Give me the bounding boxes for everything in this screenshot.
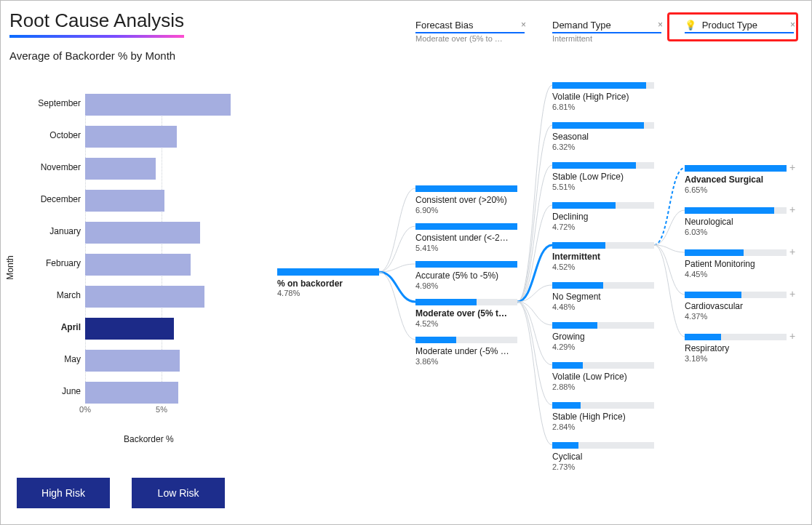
tree-node[interactable]: Accurate (5% to -5%)4.98% [415,261,517,290]
x-axis-label: Backorder % [124,434,174,444]
node-bar-fill [685,292,741,298]
close-icon[interactable]: × [658,20,663,30]
tree-node[interactable]: Seasonal6.32% [552,122,654,151]
bar-row[interactable]: February [85,254,238,276]
bar-row[interactable]: September [85,94,238,116]
node-bar [415,223,517,230]
tree-node[interactable]: Stable (High Price)2.84% [552,402,654,431]
tree-node[interactable]: Cardiovascular4.37%+ [685,292,787,321]
bar-chart-plot: 0% 5% SeptemberOctoberNovemberDecemberJa… [85,94,238,414]
node-label: Growing [552,332,654,342]
tree-node[interactable]: Stable (Low Price)5.51% [552,162,654,191]
tree-node[interactable]: No Segment4.48% [552,282,654,311]
node-value: 2.88% [552,382,654,391]
bar-row[interactable]: January [85,222,238,244]
column-sub-forecast-bias: Moderate over (5% to … [415,34,525,43]
tree-node[interactable]: Cyclical2.73% [552,442,654,471]
tree-node[interactable]: Growing4.29% [552,322,654,351]
node-label: Stable (High Price) [552,412,654,422]
close-icon[interactable]: × [521,20,526,30]
column-header-demand-type[interactable]: Demand Type × [552,18,661,33]
bar-label: September [15,98,81,108]
x-tick-5: 5% [156,405,167,414]
node-bar [685,249,787,256]
tree-node[interactable]: Neurological6.03%+ [685,207,787,236]
bar-row[interactable]: October [85,126,238,148]
tree-node[interactable]: Advanced Surgical6.65%+ [685,165,787,194]
bar [85,190,164,212]
node-bar [415,261,517,268]
node-value: 4.29% [552,342,654,351]
tree-node[interactable]: Declining4.72% [552,202,654,231]
bar-row[interactable]: June [85,382,238,404]
tree-node[interactable]: Consistent under (<-2…5.41% [415,223,517,252]
tree-node[interactable]: Moderate over (5% t…4.52% [415,299,517,328]
tree-root-node[interactable]: % on backorder 4.78% [277,268,386,297]
bar [85,222,200,244]
column-title: Demand Type [552,20,611,31]
low-risk-button[interactable]: Low Risk [132,478,225,508]
node-label: Stable (Low Price) [552,172,654,183]
page-title: Root Cause Analysis [9,9,184,38]
node-value: 4.52% [415,319,517,328]
node-bar [685,207,787,214]
tree-node[interactable]: Volatile (High Price)6.81% [552,82,654,111]
node-value: 2.84% [552,422,654,431]
node-bar-fill [685,334,721,340]
bar-row[interactable]: April [85,318,238,340]
tree-node[interactable]: Volatile (Low Price)2.88% [552,362,654,391]
bar-row[interactable]: December [85,190,238,212]
node-bar [552,242,654,249]
node-value: 4.72% [552,223,654,231]
node-label: Neurological [685,217,787,228]
expand-icon[interactable]: + [788,289,797,298]
node-bar [415,299,517,305]
risk-buttons: High Risk Low Risk [17,478,225,508]
node-value: 4.45% [685,270,787,278]
node-bar [552,282,654,289]
expand-icon[interactable]: + [788,163,797,172]
bar [85,382,178,404]
node-label: Patient Monitoring [685,259,787,270]
node-value: 6.03% [685,228,787,236]
bar-label: January [15,226,81,236]
tree-node[interactable]: Moderate under (-5% …3.86% [415,337,517,366]
node-label: Declining [552,212,654,223]
node-label: Accurate (5% to -5%) [415,270,517,281]
node-bar [552,122,654,129]
bar-label: June [15,386,81,396]
tree-node[interactable]: Consistent over (>20%)6.90% [415,185,517,215]
node-label: Intermittent [552,252,654,262]
expand-icon[interactable]: + [788,205,797,214]
root-label: % on backorder [277,278,386,289]
node-label: Volatile (Low Price) [552,372,654,382]
root-bar [277,268,379,276]
node-bar-fill [552,122,644,129]
column-sub-demand-type: Intermittent [552,34,661,43]
column-header-forecast-bias[interactable]: Forecast Bias × [415,18,525,33]
node-value: 6.32% [552,143,654,151]
bar-row[interactable]: March [85,286,238,308]
bar-label: March [15,290,81,300]
expand-icon[interactable]: + [788,247,797,256]
node-bar-fill [552,202,616,209]
node-bar [685,165,787,172]
node-value: 4.37% [685,312,787,321]
tree-node[interactable]: Respiratory3.18%+ [685,334,787,363]
bar-chart: Month Backorder % 0% 5% SeptemberOctober… [11,88,251,437]
expand-icon[interactable]: + [788,332,797,340]
tree-node[interactable]: Patient Monitoring4.45%+ [685,249,787,278]
tree-node[interactable]: Intermittent4.52% [552,242,654,271]
node-bar-fill [552,162,636,169]
node-label: Moderate under (-5% … [415,346,517,357]
node-bar [552,82,654,89]
node-value: 5.51% [552,183,654,191]
bar-label: October [15,130,81,140]
high-risk-button[interactable]: High Risk [17,478,110,508]
app-frame: Root Cause Analysis Average of Backorder… [0,0,812,525]
node-label: Consistent under (<-2… [415,233,517,244]
bar-label: February [15,258,81,268]
node-bar-fill [685,249,744,256]
bar-row[interactable]: November [85,158,238,180]
bar-row[interactable]: May [85,350,238,372]
